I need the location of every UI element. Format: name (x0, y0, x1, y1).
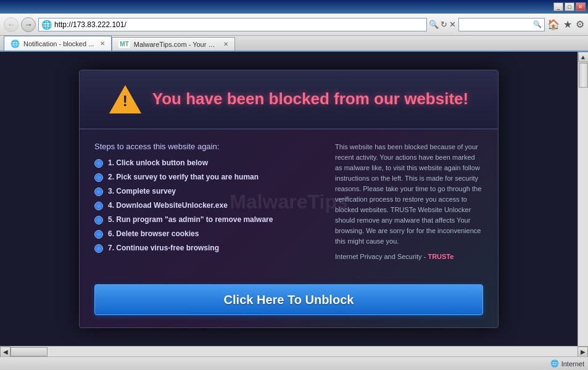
step-item-1: 1. Click unlock button below (94, 158, 323, 168)
scroll-thumb[interactable] (579, 63, 588, 88)
step-text-6: 6. Delete browser cookies (108, 229, 199, 238)
tools-icon[interactable]: ⚙ (576, 18, 584, 30)
nav-bar: ← → 🌐 http://173.83.222.101/ 🔍 ↻ ✕ 🔍 🏠 ★… (0, 14, 588, 36)
favorites-icon[interactable]: ★ (563, 18, 572, 30)
nav-right-icons: 🏠 ★ ⚙ (547, 18, 584, 30)
steps-title: Steps to access this website again: (94, 142, 323, 151)
steps-section: Steps to access this website again: 1. C… (94, 142, 323, 263)
home-icon[interactable]: 🏠 (547, 18, 560, 30)
blocked-header: You have been blocked from our website! (80, 70, 498, 130)
step-text-3: 3. Complete survey (108, 187, 176, 195)
back-button[interactable]: ← (4, 17, 19, 32)
step-bullet-4 (94, 202, 103, 210)
scrollbar-bottom: ◀ ▶ (0, 346, 588, 356)
scroll-h-thumb[interactable] (10, 347, 48, 356)
tab-malwaretips[interactable]: MT MalwareTips.com - Your P... ✕ (112, 37, 235, 51)
tab-notification-close[interactable]: ✕ (100, 40, 105, 47)
step-item-3: 3. Complete survey (94, 187, 323, 196)
step-text-4: 4. Download WebsiteUnlocker.exe (108, 201, 228, 210)
blocked-panel: You have been blocked from our website! … (79, 70, 499, 329)
step-text-1: 1. Click unlock button below (108, 158, 208, 167)
search-icon: 🔍 (429, 20, 439, 29)
stop-icon[interactable]: ✕ (449, 20, 456, 29)
step-bullet-7 (94, 244, 103, 253)
maximize-button[interactable]: □ (565, 2, 574, 11)
tab-notification-label: Notification - blocked ... (23, 40, 94, 47)
address-text: http://173.83.222.101/ (54, 20, 126, 29)
step-item-4: 4. Download WebsiteUnlocker.exe (94, 201, 323, 210)
step-bullet-2 (94, 173, 103, 182)
step-item-7: 7. Continue virus-free browsing (94, 244, 323, 253)
search-box-container: 🔍 (458, 18, 545, 31)
step-text-2: 2. Pick survey to verify that you are hu… (108, 173, 259, 181)
warning-triangle-icon (109, 85, 141, 113)
status-zone: 🌐 Internet (550, 360, 584, 368)
step-bullet-5 (94, 216, 103, 224)
address-bar[interactable]: 🌐 http://173.83.222.101/ (38, 18, 427, 31)
blocked-footer: Click Here To Unblock (80, 274, 498, 327)
info-footer-prefix: Internet Privacy and Security - (335, 253, 426, 260)
info-section: This website has been blocked because of… (335, 142, 483, 263)
step-item-6: 6. Delete browser cookies (94, 229, 323, 239)
minimize-button[interactable]: _ (553, 2, 563, 11)
tab-malwaretips-icon: MT (118, 40, 130, 48)
trustee-link[interactable]: TRUSTe (428, 253, 453, 260)
tab-notification[interactable]: 🌐 Notification - blocked ... ✕ (4, 36, 112, 51)
browser-window: _ □ ✕ ← → 🌐 http://173.83.222.101/ 🔍 ↻ ✕… (0, 0, 588, 370)
step-bullet-1 (94, 159, 103, 168)
tab-notification-icon: 🌐 (10, 39, 20, 48)
refresh-icon[interactable]: ↻ (441, 20, 447, 29)
tab-malwaretips-close[interactable]: ✕ (223, 41, 228, 47)
info-footer: Internet Privacy and Security - TRUSTe (335, 252, 483, 262)
tabs-bar: 🌐 Notification - blocked ... ✕ MT Malwar… (0, 36, 588, 52)
step-item-5: 5. Run program "as admin" to remove malw… (94, 215, 323, 224)
step-bullet-6 (94, 230, 103, 239)
step-text-7: 7. Continue virus-free browsing (108, 244, 219, 252)
tab-malwaretips-label: MalwareTips.com - Your P... (134, 41, 218, 48)
step-item-2: 2. Pick survey to verify that you are hu… (94, 173, 323, 182)
unblock-button[interactable]: Click Here To Unblock (94, 284, 483, 315)
close-button[interactable]: ✕ (576, 2, 586, 11)
search-submit-icon[interactable]: 🔍 (533, 20, 542, 28)
forward-button[interactable]: → (21, 17, 36, 32)
scroll-up-arrow[interactable]: ▲ (578, 52, 589, 62)
blocked-title: You have been blocked from our website! (152, 89, 468, 109)
address-bar-container: 🌐 http://173.83.222.101/ 🔍 ↻ ✕ (38, 18, 456, 31)
zone-icon: 🌐 (550, 360, 559, 368)
scrollbar-h-track (10, 347, 578, 357)
blocked-body: MalwareTips Steps to access this website… (80, 130, 498, 275)
scroll-right-arrow[interactable]: ▶ (578, 347, 588, 357)
search-input[interactable] (462, 21, 533, 28)
zone-label: Internet (561, 360, 584, 368)
step-text-5: 5. Run program "as admin" to remove malw… (108, 215, 273, 224)
step-bullet-3 (94, 187, 103, 196)
title-bar: _ □ ✕ (0, 0, 588, 14)
ie-icon: 🌐 (41, 20, 52, 30)
page-content: You have been blocked from our website! … (0, 52, 578, 346)
status-bar: 🌐 Internet (0, 356, 588, 370)
scroll-left-arrow[interactable]: ◀ (0, 347, 10, 357)
scrollbar-right: ▲ (578, 52, 588, 346)
main-content-area: You have been blocked from our website! … (0, 52, 588, 346)
info-body-text: This website has been blocked because of… (335, 142, 483, 247)
